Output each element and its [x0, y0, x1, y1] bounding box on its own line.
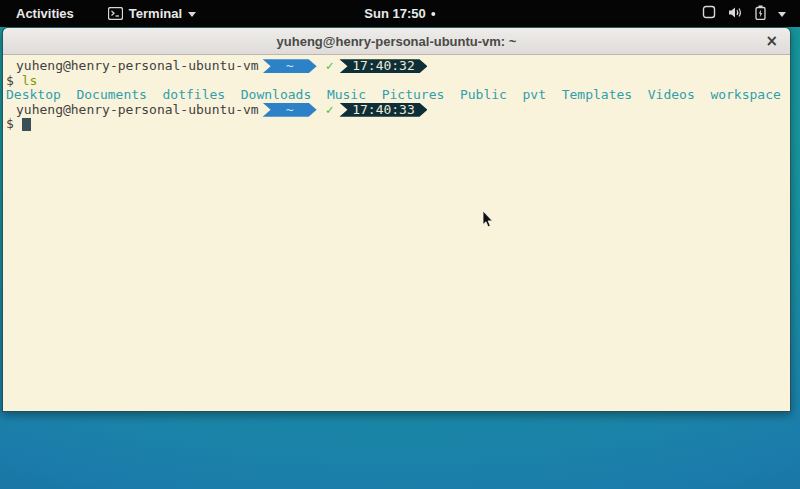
prompt-path-segment: ~ — [263, 59, 317, 73]
window-title: yuheng@henry-personal-ubuntu-vm: ~ — [277, 34, 517, 49]
chevron-down-icon — [778, 12, 786, 17]
terminal-window: yuheng@henry-personal-ubuntu-vm: ~ × yuh… — [2, 27, 791, 412]
directory-item: Videos — [648, 88, 695, 103]
app-menu-label: Terminal — [129, 6, 182, 21]
directory-item: Public — [460, 88, 507, 103]
check-icon: ✓ — [326, 59, 334, 74]
terminal-body[interactable]: yuheng@henry-personal-ubuntu-vm ~ ✓ 17:4… — [3, 55, 790, 411]
activities-button[interactable]: Activities — [10, 6, 80, 21]
notification-dot — [432, 12, 436, 16]
clock-button[interactable]: Sun 17:50 — [364, 6, 435, 21]
prompt-path-segment: ~ — [263, 103, 317, 117]
text-cursor — [22, 118, 31, 131]
system-tray-button[interactable] — [702, 5, 786, 23]
close-button[interactable]: × — [765, 34, 778, 49]
clock-label: Sun 17:50 — [364, 6, 425, 21]
prompt-time-segment: 17:40:32 — [339, 59, 427, 73]
prompt-user: yuheng@henry-personal-ubuntu-vm — [16, 103, 259, 118]
terminal-icon — [108, 7, 123, 20]
command-text: ls — [22, 74, 38, 89]
prompt-user: yuheng@henry-personal-ubuntu-vm — [16, 59, 259, 74]
top-bar: Activities Terminal Sun 17:50 — [0, 0, 800, 27]
check-icon: ✓ — [326, 103, 334, 118]
directory-item: Music — [327, 88, 366, 103]
directory-item: Documents — [76, 88, 146, 103]
directory-item: Templates — [562, 88, 632, 103]
display-icon — [702, 5, 716, 22]
directory-item: workspace — [710, 88, 780, 103]
prompt-line: yuheng@henry-personal-ubuntu-vm ~ ✓ 17:4… — [6, 103, 787, 118]
window-title-bar[interactable]: yuheng@henry-personal-ubuntu-vm: ~ × — [3, 28, 790, 55]
app-menu-button[interactable]: Terminal — [108, 6, 196, 21]
volume-icon — [728, 6, 743, 22]
command-line: $ ls — [6, 74, 787, 89]
prompt-symbol: $ — [6, 74, 14, 89]
ls-output-line: Desktop Documents dotfiles Downloads Mus… — [6, 88, 787, 103]
chevron-down-icon — [188, 12, 196, 17]
prompt-time-segment: 17:40:33 — [339, 103, 427, 117]
directory-item: Downloads — [241, 88, 311, 103]
prompt-symbol: $ — [6, 117, 14, 132]
prompt-line: yuheng@henry-personal-ubuntu-vm ~ ✓ 17:4… — [6, 59, 787, 74]
directory-item: Desktop — [6, 88, 61, 103]
directory-item: pvt — [523, 88, 546, 103]
directory-item: dotfiles — [163, 88, 226, 103]
directory-item: Pictures — [382, 88, 445, 103]
input-line: $ — [6, 117, 787, 132]
battery-charging-icon — [755, 5, 766, 23]
